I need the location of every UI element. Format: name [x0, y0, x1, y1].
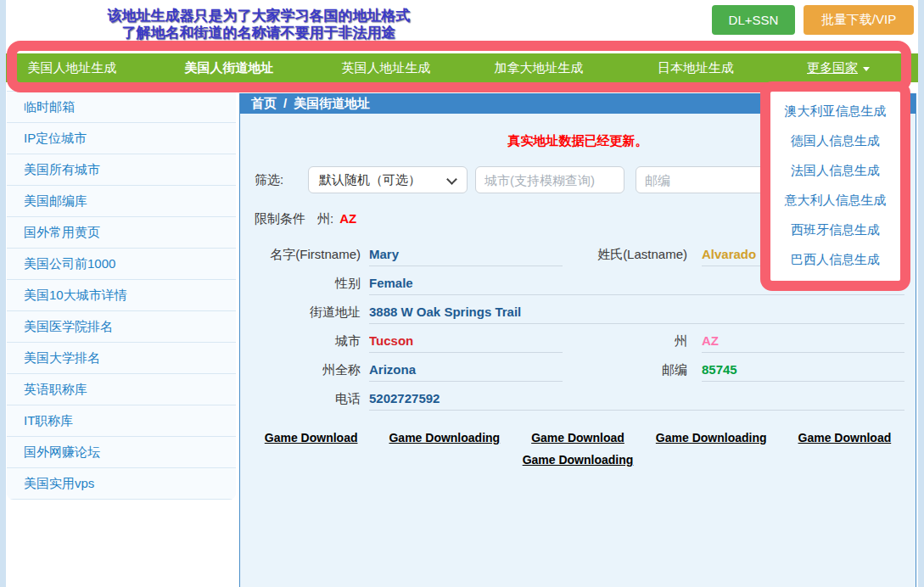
game-download-link[interactable]: Game Download — [798, 431, 892, 444]
chevron-down-icon — [446, 174, 457, 185]
constraint-state-value: AZ — [339, 211, 356, 226]
city-label: 城市 — [240, 333, 361, 349]
game-downloading-link[interactable]: Game Downloading — [656, 431, 767, 444]
state-label: 州 — [580, 333, 687, 349]
nav-item-canada-address[interactable]: 加拿大地址生成 — [495, 53, 584, 82]
gender-label: 性别 — [240, 276, 361, 292]
sidebar-item-top1000-companies[interactable]: 美国公司前1000 — [7, 249, 236, 280]
constraint-label: 限制条件 — [255, 211, 305, 226]
sidebar-item-money-forum[interactable]: 国外网赚论坛 — [7, 437, 236, 468]
phone-label: 电话 — [240, 391, 361, 407]
state-fullname-value: Arizona — [369, 362, 563, 382]
game-downloading-link[interactable]: Game Downloading — [523, 453, 634, 467]
disclaimer-line-2: 了解地名和街道的名称请不要用于非法用途 — [59, 25, 458, 42]
state-fullname-label: 州全称 — [240, 362, 361, 378]
dropdown-item-brazil[interactable]: 巴西人信息生成 — [770, 244, 900, 274]
random-filter-select[interactable]: 默认随机（可选） — [308, 166, 468, 193]
sidebar-item-us-vps[interactable]: 美国实用vps — [7, 468, 236, 500]
nav-item-us-street-address[interactable]: 美国人街道地址 — [185, 53, 274, 82]
state-value: AZ — [702, 333, 904, 353]
nav-item-uk-address[interactable]: 英国人地址生成 — [342, 53, 431, 82]
street-address-value: 3888 W Oak Springs Trail — [369, 305, 904, 324]
game-links-row-1: Game Download Game Downloading Game Down… — [240, 431, 916, 444]
game-download-link[interactable]: Game Download — [265, 431, 358, 444]
sidebar-item-yellow-pages[interactable]: 国外常用黄页 — [7, 217, 236, 249]
breadcrumb-home-link[interactable]: 首页 — [251, 96, 277, 110]
game-download-link[interactable]: Game Download — [531, 431, 624, 444]
game-downloading-link[interactable]: Game Downloading — [389, 431, 500, 444]
random-filter-select-value: 默认随机（可选） — [319, 172, 421, 187]
dl-ssn-button[interactable]: DL+SSN — [712, 5, 795, 35]
breadcrumb-separator: / — [283, 96, 287, 110]
phone-value: 5202727592 — [369, 391, 904, 411]
sidebar: 临时邮箱 IP定位城市 美国所有城市 美国邮编库 国外常用黄页 美国公司前100… — [7, 91, 236, 500]
batch-download-vip-button[interactable]: 批量下载/VIP — [804, 5, 914, 35]
page-root: 该地址生成器只是为了大家学习各国的地址格式 了解地名和街道的名称请不要用于非法用… — [0, 0, 924, 587]
zipcode-value: 85745 — [702, 362, 904, 382]
disclaimer-line-1: 该地址生成器只是为了大家学习各国的地址格式 — [59, 8, 458, 25]
breadcrumb-current: 美国街道地址 — [294, 96, 370, 110]
sidebar-item-it-job-titles[interactable]: IT职称库 — [7, 405, 236, 437]
zipcode-label: 邮编 — [580, 362, 687, 378]
sidebar-item-top10-city-details[interactable]: 美国10大城市详情 — [7, 280, 236, 311]
sidebar-item-us-all-cities[interactable]: 美国所有城市 — [7, 154, 236, 186]
constraint-state-label: 州: — [317, 211, 333, 226]
constraint-row: 限制条件州:AZ — [255, 211, 356, 227]
caret-down-icon — [863, 67, 870, 71]
filter-label: 筛选: — [255, 166, 283, 193]
dropdown-item-spain[interactable]: 西班牙信息生成 — [770, 215, 900, 244]
street-address-label: 街道地址 — [240, 305, 361, 321]
game-links-row-2: Game Downloading — [240, 453, 916, 467]
firstname-value: Mary — [369, 247, 563, 266]
sidebar-item-english-job-titles[interactable]: 英语职称库 — [7, 374, 236, 405]
dropdown-item-germany[interactable]: 德国人信息生成 — [770, 126, 900, 155]
city-search-input[interactable] — [475, 166, 624, 193]
more-countries-label: 更多国家 — [807, 60, 858, 75]
more-countries-dropdown: 澳大利亚信息生成 德国人信息生成 法国人信息生成 意大利人信息生成 西班牙信息生… — [760, 81, 910, 291]
nav-item-us-address[interactable]: 美国人地址生成 — [28, 53, 117, 82]
main-nav: 美国人地址生成 美国人街道地址 英国人地址生成 加拿大地址生成 日本地址生成 更… — [6, 53, 918, 82]
nav-item-japan-address[interactable]: 日本地址生成 — [658, 53, 734, 82]
nav-item-more-countries[interactable]: 更多国家 — [807, 53, 870, 82]
lastname-label: 姓氏(Lastname) — [580, 247, 687, 263]
dropdown-item-australia[interactable]: 澳大利亚信息生成 — [770, 96, 900, 126]
dropdown-item-france[interactable]: 法国人信息生成 — [770, 155, 900, 185]
sidebar-item-ip-city[interactable]: IP定位城市 — [7, 123, 236, 154]
firstname-label: 名字(Firstname) — [240, 247, 361, 263]
dropdown-item-italy[interactable]: 意大利人信息生成 — [770, 185, 900, 215]
sidebar-item-temp-mail[interactable]: 临时邮箱 — [7, 92, 236, 123]
city-value: Tucson — [369, 333, 563, 353]
sidebar-item-university-ranking[interactable]: 美国大学排名 — [7, 343, 236, 374]
disclaimer-text: 该地址生成器只是为了大家学习各国的地址格式 了解地名和街道的名称请不要用于非法用… — [59, 8, 458, 42]
sidebar-item-us-zipcode-db[interactable]: 美国邮编库 — [7, 186, 236, 217]
sidebar-item-medical-school-ranking[interactable]: 美国医学院排名 — [7, 311, 236, 343]
